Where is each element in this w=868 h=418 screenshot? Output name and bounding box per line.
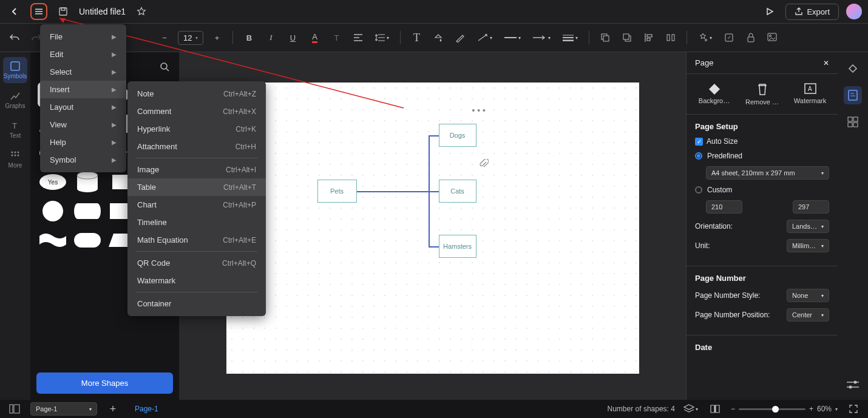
rr-page[interactable] xyxy=(844,86,862,104)
attachment-icon[interactable] xyxy=(479,159,489,169)
document-title[interactable]: Untitled file1 xyxy=(79,7,126,16)
menu-item-file[interactable]: File▶ xyxy=(40,28,126,46)
present-button[interactable] xyxy=(761,3,778,20)
submenu-item-table[interactable]: TableCtrl+Alt+T xyxy=(127,178,266,196)
font-color-button[interactable]: A xyxy=(306,29,323,46)
node-pets[interactable]: Pets xyxy=(317,180,357,203)
add-page-button[interactable]: + xyxy=(104,400,121,417)
hamburger-menu-button[interactable] xyxy=(30,3,47,20)
remove-background-button[interactable]: Remove … xyxy=(741,83,784,106)
width-input[interactable]: 210 xyxy=(706,200,742,214)
effects-button[interactable]: ▾ xyxy=(694,29,716,46)
auto-size-checkbox[interactable]: ✓ xyxy=(695,138,703,146)
submenu-item-comment[interactable]: CommentCtrl+Alt+X xyxy=(127,103,266,120)
save-icon[interactable] xyxy=(55,3,72,20)
rr-settings[interactable] xyxy=(844,376,862,394)
align-left-button[interactable] xyxy=(640,29,657,46)
submenu-item-note[interactable]: NoteCtrl+Alt+Z xyxy=(127,85,266,103)
height-input[interactable]: 297 xyxy=(793,200,829,214)
favorite-star-icon[interactable] xyxy=(133,3,150,20)
node-cats[interactable]: Cats xyxy=(439,180,476,203)
distribute-button[interactable] xyxy=(662,29,679,46)
user-avatar[interactable] xyxy=(846,4,862,19)
back-button-layer[interactable] xyxy=(619,29,636,46)
rr-grid[interactable] xyxy=(844,113,862,131)
submenu-item-image[interactable]: ImageCtrl+Alt+I xyxy=(127,161,266,178)
zoom-control[interactable]: − + 60% ▾ xyxy=(731,405,838,413)
menu-item-help[interactable]: Help▶ xyxy=(40,133,126,151)
font-size-increase[interactable]: + xyxy=(208,29,225,46)
submenu-item-watermark[interactable]: Watermark xyxy=(127,272,266,289)
image-search-button[interactable] xyxy=(764,29,781,46)
shape-cylinder[interactable] xyxy=(72,170,102,194)
node-dogs[interactable]: Dogs xyxy=(439,124,476,147)
rr-fill[interactable] xyxy=(844,59,862,78)
page-number-position-select[interactable]: Center▾ xyxy=(787,308,829,322)
line-weight-button[interactable]: ▾ xyxy=(559,29,581,46)
font-size-input[interactable]: 12▾ xyxy=(178,31,203,45)
menu-item-layout[interactable]: Layout▶ xyxy=(40,98,126,116)
unit-select[interactable]: Millim…▾ xyxy=(787,239,829,252)
shape-circle-2[interactable] xyxy=(38,199,67,223)
predefined-radio[interactable] xyxy=(695,152,702,160)
back-button[interactable] xyxy=(6,3,23,20)
text-style-button[interactable]: T xyxy=(408,29,425,46)
submenu-item-container[interactable]: Container xyxy=(127,295,266,312)
line-spacing-button[interactable]: ▾ xyxy=(371,29,393,46)
menu-item-edit[interactable]: Edit▶ xyxy=(40,46,126,63)
submenu-item-qr-code[interactable]: QR CodeCtrl+Alt+Q xyxy=(127,254,266,272)
outline-icon[interactable] xyxy=(6,400,23,417)
page-selector[interactable]: Page-1▾ xyxy=(30,402,97,416)
line-style-button[interactable]: ▾ xyxy=(501,29,524,46)
export-button[interactable]: Export xyxy=(785,4,839,20)
zoom-slider-track[interactable] xyxy=(739,408,805,410)
submenu-item-math-equation[interactable]: Math EquationCtrl+Alt+E xyxy=(127,231,266,249)
background-button[interactable]: Backgro… xyxy=(693,83,736,106)
menu-item-insert[interactable]: Insert▶ xyxy=(40,81,126,98)
preset-select[interactable]: A4 sheet, 210mm x 297 mm▾ xyxy=(706,166,829,180)
menu-item-select[interactable]: Select▶ xyxy=(40,63,126,81)
zoom-out[interactable]: − xyxy=(731,405,735,413)
lock-button[interactable] xyxy=(742,29,759,46)
orientation-select[interactable]: Lands…▾ xyxy=(787,220,829,233)
fullscreen-icon[interactable] xyxy=(845,400,862,417)
submenu-item-hyperlink[interactable]: HyperlinkCtrl+K xyxy=(127,120,266,138)
submenu-item-attachment[interactable]: AttachmentCtrl+H xyxy=(127,138,266,155)
front-button[interactable] xyxy=(597,29,614,46)
shape-wave[interactable] xyxy=(38,228,67,252)
connector-button[interactable]: ▾ xyxy=(473,29,496,46)
arrow-style-button[interactable]: ▾ xyxy=(529,29,554,46)
menu-item-view[interactable]: View▶ xyxy=(40,116,126,133)
zoom-in[interactable]: + xyxy=(809,405,813,413)
rail-text[interactable]: T Text xyxy=(3,116,27,143)
page-tab[interactable]: Page-1 xyxy=(129,405,164,413)
bold-button[interactable]: B xyxy=(240,29,257,46)
italic-button[interactable]: I xyxy=(262,29,279,46)
node-hamsters[interactable]: Hamsters xyxy=(439,235,476,258)
rail-more[interactable]: More xyxy=(3,146,27,172)
underline-button[interactable]: U xyxy=(284,29,301,46)
fill-color-button[interactable] xyxy=(430,29,447,46)
shape-cylinder-h[interactable] xyxy=(72,199,102,223)
layers-icon[interactable]: ▾ xyxy=(682,400,699,417)
rail-graphs[interactable]: Graphs xyxy=(3,87,27,113)
text-tool-button[interactable]: T xyxy=(328,29,345,46)
page-number-style-select[interactable]: None▾ xyxy=(787,289,829,302)
canvas-page[interactable]: • • • Pets Dogs Cats Hamsters xyxy=(226,83,639,374)
font-size-decrease[interactable]: − xyxy=(156,29,173,46)
rail-symbols[interactable]: Symbols xyxy=(3,57,27,83)
book-icon[interactable] xyxy=(707,400,724,417)
search-icon[interactable] xyxy=(156,58,173,75)
custom-radio[interactable] xyxy=(695,186,702,194)
edit-button[interactable] xyxy=(721,29,737,46)
submenu-item-chart[interactable]: ChartCtrl+Alt+P xyxy=(127,196,266,214)
more-shapes-button[interactable]: More Shapes xyxy=(36,372,173,394)
shape-yes[interactable]: Yes xyxy=(38,170,67,194)
watermark-button[interactable]: A Watermark xyxy=(789,83,832,106)
undo-button[interactable] xyxy=(6,29,23,46)
line-color-button[interactable] xyxy=(452,29,469,46)
align-button[interactable] xyxy=(350,29,367,46)
submenu-item-timeline[interactable]: Timeline xyxy=(127,214,266,231)
menu-item-symbol[interactable]: Symbol▶ xyxy=(40,151,126,169)
shape-terminator[interactable] xyxy=(72,228,102,252)
